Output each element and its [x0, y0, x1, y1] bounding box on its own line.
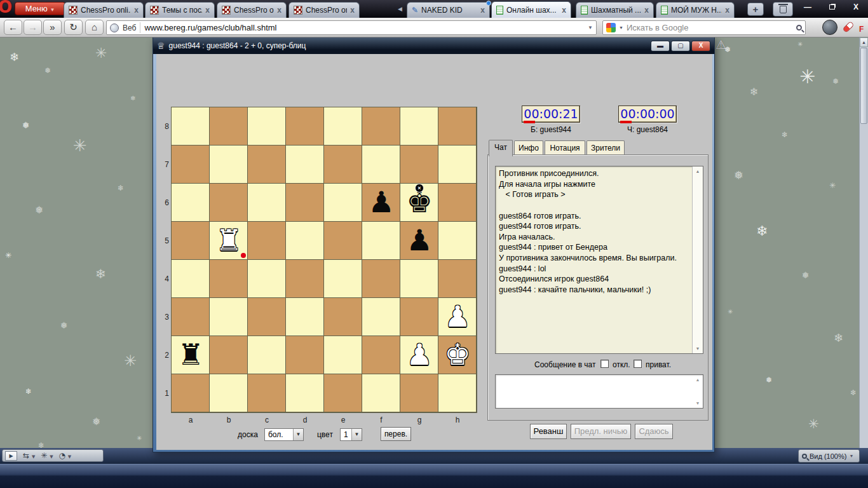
closed-tabs-trash-button[interactable]: [773, 2, 793, 17]
square-f5[interactable]: [362, 222, 400, 260]
fast-forward-button[interactable]: »: [43, 20, 62, 35]
square-e1[interactable]: [324, 374, 362, 412]
tab-chat[interactable]: Чат: [489, 140, 513, 156]
window-title-bar[interactable]: ♕ guest944 : guest864 - 2 + 0, супер-бли…: [153, 37, 714, 54]
square-d7[interactable]: [286, 146, 324, 184]
browser-close-button[interactable]: X: [845, 1, 867, 14]
piece-white-pawn-g2[interactable]: ♟: [400, 336, 438, 374]
square-a1[interactable]: [172, 374, 210, 412]
home-button[interactable]: ⌂: [85, 20, 104, 35]
close-tab-icon[interactable]: x: [134, 6, 139, 15]
tab-info[interactable]: Инфо: [514, 140, 543, 155]
sync-icon[interactable]: ⇆ ▼: [23, 451, 35, 460]
opera-turbo-button[interactable]: [843, 22, 855, 33]
square-h7[interactable]: [438, 146, 477, 184]
square-b2[interactable]: [210, 336, 248, 374]
browser-tab-4[interactable]: ✎NAKED KIDx: [407, 2, 490, 18]
browser-tab-7[interactable]: МОЙ МУЖ Н...x: [656, 2, 735, 18]
tab-notation[interactable]: Нотация: [545, 140, 585, 155]
window-maximize-button[interactable]: ▢: [671, 41, 690, 51]
piece-black-pawn-f6[interactable]: ♟: [362, 184, 400, 222]
square-d1[interactable]: [286, 374, 324, 412]
square-f8[interactable]: [362, 107, 400, 146]
back-button[interactable]: ←: [4, 20, 22, 35]
tab-scroll-left-icon[interactable]: ◀: [398, 6, 402, 12]
search-engine-dropdown-icon[interactable]: ▼: [619, 25, 623, 30]
browser-tab-3[interactable]: ChessPro onli...x: [288, 2, 360, 18]
piece-black-rook-a2[interactable]: ♜: [172, 336, 210, 374]
forward-button[interactable]: →: [24, 20, 42, 35]
square-c2[interactable]: [248, 336, 286, 374]
browser-tab-0[interactable]: ChessPro onli...x: [64, 2, 144, 18]
square-h1[interactable]: [438, 374, 477, 412]
square-f3[interactable]: [362, 298, 400, 336]
url-field[interactable]: Веб www.bereg.ru/games/club/hall.shtml ▼: [106, 20, 597, 35]
square-g8[interactable]: [400, 107, 438, 146]
search-icon[interactable]: [796, 25, 802, 30]
square-b7[interactable]: [210, 146, 248, 184]
square-c8[interactable]: [248, 107, 286, 146]
square-g4[interactable]: [400, 260, 438, 298]
piece-black-pawn-g5[interactable]: ♟: [400, 222, 438, 260]
square-f1[interactable]: [362, 374, 400, 412]
square-c6[interactable]: [248, 184, 286, 222]
square-d5[interactable]: [286, 222, 324, 260]
opera-link-button[interactable]: [822, 20, 837, 35]
square-c5[interactable]: [248, 222, 286, 260]
offer-draw-button[interactable]: Предл. ничью: [571, 424, 631, 439]
square-c7[interactable]: [248, 146, 286, 184]
chat-message-input[interactable]: ▲ ▼: [495, 374, 703, 409]
square-a8[interactable]: [172, 107, 210, 146]
window-minimize-button[interactable]: ▬: [651, 41, 670, 51]
close-tab-icon[interactable]: x: [480, 6, 485, 15]
url-dropdown-icon[interactable]: ▼: [588, 25, 593, 30]
square-g1[interactable]: [400, 374, 438, 412]
unite-icon[interactable]: ✳ ▼: [41, 451, 53, 460]
scrollbar-thumb[interactable]: [860, 48, 867, 124]
color-select[interactable]: 1 ▼: [340, 428, 362, 441]
panels-toggle-button[interactable]: ▶: [5, 451, 17, 461]
flip-board-button[interactable]: перев.: [381, 427, 411, 441]
reload-button[interactable]: ↻: [64, 20, 83, 35]
scroll-down-icon[interactable]: ▼: [693, 344, 703, 353]
square-f7[interactable]: [362, 146, 400, 184]
page-scrollbar[interactable]: ▲: [859, 37, 868, 448]
piece-black-king-g6[interactable]: ♚×: [400, 184, 438, 222]
browser-restore-button[interactable]: [821, 1, 843, 14]
square-e2[interactable]: [324, 336, 362, 374]
resign-button[interactable]: Сдаюсь: [635, 424, 673, 439]
link-clock-icon[interactable]: ◔ ▼: [59, 451, 72, 460]
square-b1[interactable]: [210, 374, 248, 412]
chat-scrollbar[interactable]: ▲ ▼: [692, 166, 703, 353]
private-checkbox[interactable]: [634, 360, 642, 368]
square-c1[interactable]: [248, 374, 286, 412]
scroll-up-icon[interactable]: ▲: [693, 376, 702, 384]
square-b6[interactable]: [210, 184, 248, 222]
square-g3[interactable]: [400, 298, 438, 336]
search-field[interactable]: ▼ Искать в Google: [602, 20, 806, 35]
scroll-down-icon[interactable]: ▼: [693, 399, 702, 407]
square-d8[interactable]: [286, 107, 324, 146]
square-e4[interactable]: [324, 260, 362, 298]
square-e3[interactable]: [324, 298, 362, 336]
chat-off-checkbox[interactable]: [600, 360, 609, 368]
opera-menu-button[interactable]: Меню ▼: [15, 2, 65, 15]
browser-tab-6[interactable]: Шахматный ...x: [576, 2, 654, 18]
square-b8[interactable]: [210, 107, 248, 146]
square-e8[interactable]: [324, 107, 362, 146]
tab-spectators[interactable]: Зрители: [587, 140, 625, 155]
close-tab-icon[interactable]: x: [562, 6, 566, 15]
square-e6[interactable]: [324, 184, 362, 222]
piece-white-king-h2[interactable]: ♚: [438, 336, 477, 374]
square-h8[interactable]: [438, 107, 477, 146]
piece-white-pawn-h3[interactable]: ♟: [438, 298, 477, 336]
square-b3[interactable]: [210, 298, 248, 336]
close-tab-icon[interactable]: x: [277, 6, 281, 15]
new-tab-button[interactable]: +: [747, 3, 764, 16]
square-h6[interactable]: [438, 184, 477, 222]
square-c4[interactable]: [248, 260, 286, 298]
browser-tab-1[interactable]: Темы с посл...x: [145, 2, 215, 18]
square-a7[interactable]: [172, 146, 210, 184]
square-d6[interactable]: [286, 184, 324, 222]
square-a5[interactable]: [172, 222, 210, 260]
